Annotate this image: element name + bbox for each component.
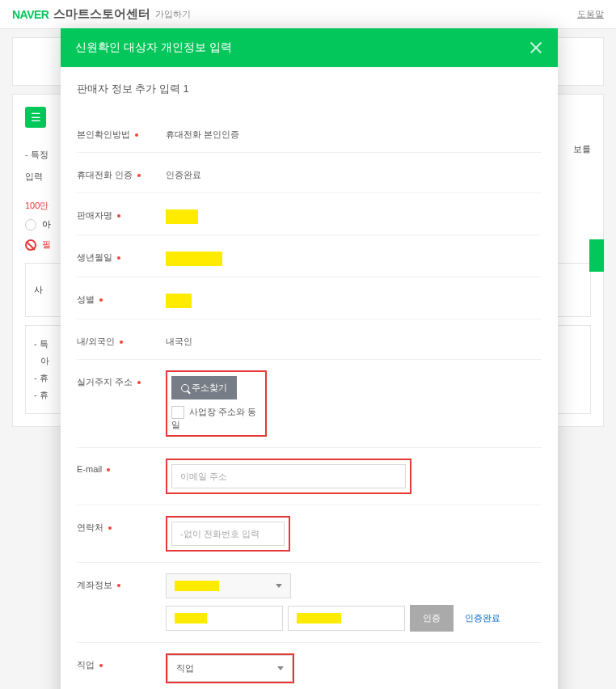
row-verify-method: 본인확인방법 휴대전화 본인인증 xyxy=(77,112,542,153)
find-address-button[interactable]: 주소찾기 xyxy=(171,376,237,399)
value-nationality: 내국인 xyxy=(166,330,542,348)
page-header: NAVER 스마트스토어센터 가입하기 도움말 xyxy=(0,0,616,29)
row-address: 실거주지 주소 주소찾기 사업장 주소와 동일 xyxy=(77,360,542,435)
required-dot xyxy=(99,298,103,302)
signup-label: 가입하기 xyxy=(155,8,191,20)
label-nationality: 내/외국인 xyxy=(77,336,115,346)
label-verify-method: 본인확인방법 xyxy=(77,129,130,139)
required-dot xyxy=(117,214,120,218)
label-seller-name: 판매자명 xyxy=(77,210,112,220)
bg-radio-label: 아 xyxy=(42,219,51,229)
redacted-birth xyxy=(166,252,222,266)
required-dot xyxy=(120,340,123,344)
row-nationality: 내/외국인 내국인 xyxy=(77,319,542,360)
redacted-gender xyxy=(166,294,192,308)
naver-logo: NAVER xyxy=(12,8,49,21)
bg-green-accent xyxy=(589,239,604,272)
find-address-label: 주소찾기 xyxy=(192,382,227,394)
required-dot xyxy=(135,133,138,137)
search-icon xyxy=(181,384,189,392)
row-birth: 생년월일 xyxy=(77,235,542,277)
redacted-seller-name xyxy=(166,209,198,224)
modal-title: 신원확인 대상자 개인정보 입력 xyxy=(75,40,232,55)
store-center-title: 스마트스토어센터 xyxy=(53,6,150,22)
label-birth: 생년월일 xyxy=(77,252,112,262)
required-dot xyxy=(137,174,141,177)
row-phone-cert: 휴대전화 인증 인증완료 xyxy=(77,153,542,193)
modal-header: 신원확인 대상자 개인정보 입력 xyxy=(61,28,558,67)
modal-subtitle: 판매자 정보 추가 입력 1 xyxy=(77,82,542,96)
bg-prohibit-icon xyxy=(25,239,36,251)
value-verify-method: 휴대전화 본인인증 xyxy=(166,123,542,141)
required-dot xyxy=(117,256,120,260)
row-gender: 성별 xyxy=(77,277,542,319)
highlight-address: 주소찾기 사업장 주소와 동일 xyxy=(166,370,267,435)
bg-form-icon: ☰ xyxy=(25,107,46,128)
bg-radio-icon[interactable] xyxy=(25,219,36,230)
bg-trunc-right: 보를 xyxy=(573,143,591,155)
identity-info-modal: 신원확인 대상자 개인정보 입력 판매자 정보 추가 입력 1 본인확인방법 휴… xyxy=(61,28,558,435)
label-address: 실거주지 주소 xyxy=(77,377,133,387)
row-seller-name: 판매자명 xyxy=(77,193,542,235)
required-dot xyxy=(137,381,141,384)
bg-prohibit-label: 필 xyxy=(42,239,51,249)
close-icon[interactable] xyxy=(529,40,543,55)
label-gender: 성별 xyxy=(77,294,95,304)
value-phone-cert: 인증완료 xyxy=(166,163,542,181)
label-phone-cert: 휴대전화 인증 xyxy=(77,170,133,180)
same-as-biz-checkbox[interactable] xyxy=(171,406,184,419)
bg-left-trunc: 사 xyxy=(34,285,43,294)
modal-body: 판매자 정보 추가 입력 1 본인확인방법 휴대전화 본인인증 휴대전화 인증 … xyxy=(61,67,558,435)
brand: NAVER 스마트스토어센터 가입하기 xyxy=(12,6,191,22)
help-link[interactable]: 도움말 xyxy=(577,8,604,20)
